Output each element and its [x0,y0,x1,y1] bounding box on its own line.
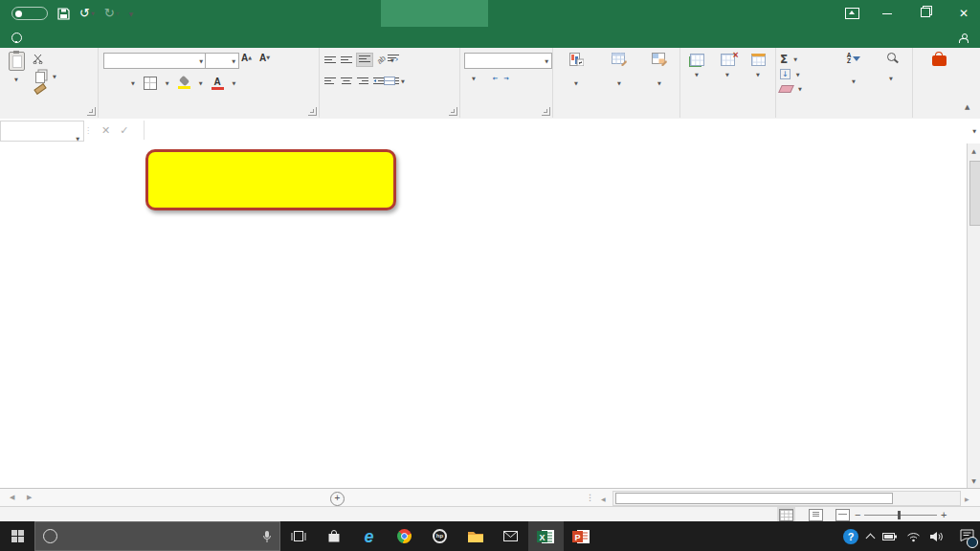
task-view-button[interactable] [280,521,316,551]
decrease-decimal-icon[interactable]: → [503,76,508,81]
cut-button[interactable] [33,54,46,64]
delete-cells-button[interactable]: × ▼ [712,54,743,79]
clipboard-dialog-launcher-icon[interactable] [87,107,96,116]
file-explorer-button[interactable] [457,521,493,551]
undo-dropdown-icon[interactable]: ▼ [91,0,95,27]
paste-button[interactable]: ▼ [3,52,30,84]
close-button[interactable]: ✕ [953,7,974,20]
volume-icon[interactable] [929,531,943,542]
minimize-button[interactable] [877,7,898,20]
ribbon-display-options-icon[interactable] [845,8,859,19]
copy-button[interactable]: ▼ [33,69,56,83]
autosave-switch-icon[interactable] [11,7,48,20]
edge-button[interactable]: e [351,521,387,551]
hp-button[interactable]: hp [422,521,457,551]
zoom-out-button[interactable]: − [855,507,860,522]
middle-align-icon[interactable] [341,55,352,64]
expand-formula-bar-icon[interactable]: ▼ [972,128,976,134]
borders-dropdown-icon[interactable]: ▼ [166,80,169,86]
new-sheet-button[interactable]: + [330,492,345,506]
font-name-combo[interactable]: ▼ [103,53,207,69]
restore-button[interactable] [915,7,936,20]
note-shape[interactable] [145,149,396,210]
align-right-icon[interactable] [357,77,368,85]
wifi-icon[interactable] [906,531,921,542]
merge-center-button[interactable]: ▼ [384,77,405,85]
share-person-icon [959,33,968,42]
zoom-slider-track[interactable] [864,515,937,516]
underline-dropdown-icon[interactable]: ▼ [131,80,135,86]
decrease-indent-icon[interactable] [373,77,384,85]
sheet-nav-right-icon[interactable]: ▶ [27,489,32,507]
microphone-icon[interactable] [262,530,272,543]
font-color-button[interactable]: A [212,77,224,90]
insert-cells-button[interactable]: ▼ [681,54,712,79]
autosave-toggle[interactable] [8,7,48,20]
undo-button[interactable]: ↺▼ [79,0,95,27]
find-select-button[interactable]: ▼ [873,53,909,83]
number-dialog-launcher-icon[interactable] [542,107,550,116]
share-button[interactable] [959,27,972,48]
format-as-table-button[interactable]: ▼ [598,53,640,88]
redo-button[interactable]: ↻▼ [104,0,120,27]
eraser-icon [778,85,794,93]
chrome-button[interactable] [387,521,422,551]
font-size-combo[interactable]: ▼ [205,53,239,69]
wrap-text-button[interactable] [388,54,402,62]
vertical-scroll-thumb[interactable] [969,161,980,226]
page-break-view-button[interactable] [835,509,850,521]
show-hidden-icons-chevron[interactable] [866,533,876,542]
save-button[interactable] [57,8,70,20]
alignment-dialog-launcher-icon[interactable] [449,107,457,116]
sheet-nav-left-icon[interactable]: ◀ [10,489,14,507]
tell-me-box[interactable] [11,27,27,48]
format-cells-button[interactable]: ▼ [743,54,773,79]
battery-icon[interactable] [882,532,898,541]
align-center-icon[interactable] [341,77,352,85]
collapse-ribbon-icon[interactable]: ▲ [965,103,969,111]
name-box[interactable]: ▼ [0,121,84,142]
cancel-entry-icon[interactable]: ✕ [101,124,110,137]
horizontal-scroll-thumb[interactable] [615,493,893,504]
confirm-entry-icon[interactable]: ✓ [120,124,128,137]
get-help-icon[interactable]: ? [843,529,858,544]
formula-input[interactable] [144,121,968,140]
grow-font-button[interactable]: A▲ [241,54,252,62]
align-left-icon[interactable] [324,77,336,85]
horizontal-scrollbar[interactable] [612,491,961,506]
number-format-combo[interactable]: ▼ [464,53,552,69]
fill-button[interactable]: ↓ ▼ [780,69,800,79]
normal-view-button[interactable] [779,509,793,521]
delete-cells-icon: × [721,54,735,66]
office-addins-button[interactable] [920,52,958,77]
format-painter-button[interactable] [33,84,51,94]
start-button[interactable] [0,521,34,551]
taskbar-search-box[interactable] [34,521,280,551]
font-dialog-launcher-icon[interactable] [308,107,317,116]
orientation-icon[interactable]: ab [375,54,388,66]
zoom-in-button[interactable]: + [941,507,947,522]
scroll-down-icon[interactable]: ▼ [968,477,980,484]
mail-button[interactable] [493,521,528,551]
customize-qat-button[interactable]: ▼ [129,0,134,28]
tab-split-handle[interactable]: ⋮ [586,494,594,502]
vertical-scrollbar[interactable]: ▲ ▼ [967,143,980,488]
zoom-slider-handle[interactable] [898,511,901,519]
scroll-up-icon[interactable]: ▲ [968,147,980,154]
clear-button[interactable]: ▼ [780,85,802,93]
autosum-button[interactable]: Σ ▼ [780,53,797,66]
bottom-align-button[interactable] [357,54,372,66]
cell-styles-button[interactable]: ▼ [640,53,679,88]
top-align-icon[interactable] [324,55,336,64]
fill-color-button[interactable] [178,77,190,89]
shrink-font-button[interactable]: A▼ [259,54,270,62]
action-center-button[interactable] [960,528,974,545]
sort-filter-button[interactable]: AZ ▼ [835,53,873,86]
increase-decimal-icon[interactable]: ← [493,76,498,81]
borders-icon[interactable] [144,77,157,90]
powerpoint-button[interactable]: P [564,521,599,551]
excel-taskbar-button[interactable]: X [528,521,564,551]
store-button[interactable] [316,521,351,551]
page-layout-view-button[interactable] [809,509,823,521]
conditional-formatting-button[interactable]: ▼ [554,53,598,88]
